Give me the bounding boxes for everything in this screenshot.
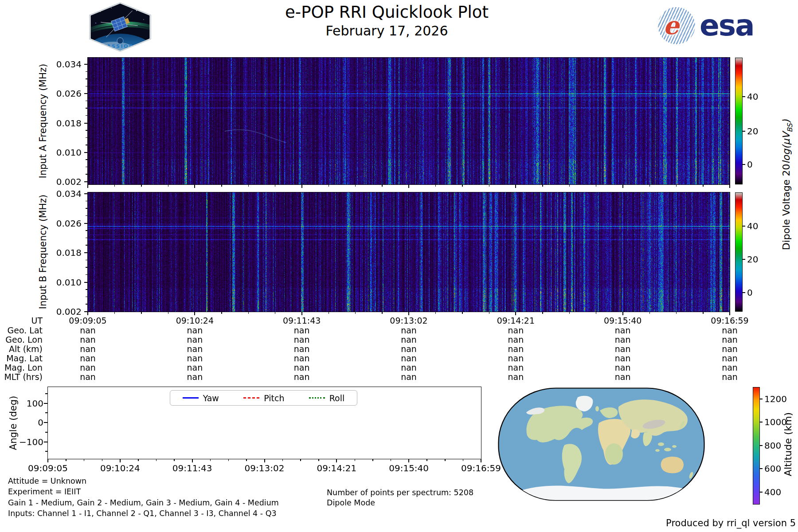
x-tick-mark	[729, 185, 730, 188]
table-cell: nan	[585, 363, 661, 372]
x-tick-mark	[622, 185, 623, 188]
colorbar-tick-mark	[743, 226, 745, 227]
table-cell: nan	[692, 363, 767, 372]
altitude-tick-mark	[760, 399, 763, 399]
table-cell: 09:11:43	[264, 316, 340, 325]
table-cell: nan	[157, 363, 232, 372]
colorbar-tick-label: 0	[747, 288, 753, 297]
y-tick-mark	[84, 123, 88, 124]
altitude-tick-mark	[760, 468, 763, 469]
table-cell: nan	[157, 344, 232, 353]
x-minor-tick	[168, 185, 169, 187]
angle-x-tick-label: 09:13:02	[234, 464, 296, 473]
angle-y-minor-tick	[45, 451, 47, 452]
esa-logo: e esa	[658, 7, 754, 44]
x-tick-mark	[408, 185, 409, 188]
x-minor-tick	[248, 185, 249, 187]
x-minor-tick	[462, 185, 463, 187]
yaw-line-sample	[183, 397, 199, 399]
table-cell: nan	[157, 354, 232, 363]
angle-x-minor-tick	[463, 459, 464, 461]
x-tick-mark	[408, 312, 409, 315]
table-cell: nan	[157, 372, 232, 381]
y-tick-mark	[84, 223, 88, 224]
y-tick-label: 0.034	[48, 60, 82, 69]
x-tick-mark	[622, 312, 623, 315]
table-row-label: Geo. Lon	[0, 335, 43, 344]
angle-x-tick-mark	[481, 459, 481, 462]
angle-x-tick-mark	[264, 459, 265, 462]
table-cell: 09:10:24	[157, 316, 232, 325]
table-cell: 09:13:02	[371, 316, 446, 325]
x-tick-mark	[729, 312, 730, 315]
table-cell: nan	[371, 363, 446, 372]
table-cell: nan	[157, 326, 232, 335]
x-minor-tick	[542, 312, 543, 314]
angle-x-minor-tick	[372, 459, 373, 461]
table-cell: nan	[50, 363, 125, 372]
angle-x-tick-label: 09:11:43	[161, 464, 223, 473]
angle-x-minor-tick	[426, 459, 427, 461]
angle-y-minor-tick	[45, 432, 47, 433]
x-tick-mark	[87, 312, 88, 315]
altitude-tick-label: 400	[764, 488, 781, 497]
x-minor-tick	[703, 185, 704, 187]
colorbar-tick-mark	[743, 292, 745, 293]
x-minor-tick	[435, 312, 436, 314]
x-tick-mark	[515, 312, 516, 315]
x-minor-tick	[329, 185, 329, 187]
esa-globe-icon: e	[658, 7, 695, 44]
table-cell: nan	[264, 344, 340, 353]
experiment-annotation: Experiment = IEIIT	[8, 488, 81, 496]
y-tick-label: 0.010	[48, 278, 82, 287]
table-cell: nan	[585, 335, 661, 344]
table-row-label: MLT (hrs)	[0, 372, 43, 381]
y-tick-label: 0.002	[48, 177, 82, 186]
table-cell: nan	[585, 372, 661, 381]
table-cell: nan	[692, 335, 767, 344]
inputs-annotation: Inputs: Channel 1 - I1, Channel 2 - Q1, …	[8, 510, 277, 518]
world-map	[498, 387, 705, 501]
y-tick-label: 0.002	[48, 307, 82, 316]
table-cell: nan	[50, 372, 125, 381]
angle-plot-legend: Yaw Pitch Roll	[170, 390, 357, 406]
x-minor-tick	[329, 312, 329, 314]
x-minor-tick	[462, 312, 463, 314]
table-cell: 09:09:05	[50, 316, 125, 325]
angle-y-tick-mark	[44, 403, 47, 404]
angle-x-minor-tick	[282, 459, 283, 461]
angle-x-minor-tick	[84, 459, 85, 461]
legend-label: Yaw	[203, 393, 219, 403]
legend-label: Pitch	[264, 393, 284, 403]
altitude-tick-label: 1200	[764, 395, 787, 403]
x-tick-mark	[301, 312, 302, 315]
angle-x-tick-label: 09:10:24	[89, 464, 151, 473]
colorbar-tick-label: 40	[747, 222, 758, 231]
table-cell: nan	[264, 363, 340, 372]
x-minor-tick	[355, 312, 356, 314]
table-cell: nan	[478, 335, 553, 344]
altitude-tick-label: 600	[764, 464, 781, 473]
spectrogram-a-canvas	[88, 58, 730, 184]
table-cell: nan	[50, 344, 125, 353]
table-cell: 09:16:59	[692, 316, 767, 325]
angle-x-minor-tick	[391, 459, 391, 461]
table-cell: nan	[371, 344, 446, 353]
colorbar-tick-label: 20	[747, 127, 758, 136]
table-row-label: Geo. Lat	[0, 326, 43, 335]
table-cell: nan	[50, 326, 125, 335]
mode-annotation: Dipole Mode	[327, 499, 375, 507]
y-tick-label: 0.026	[48, 89, 82, 98]
x-minor-tick	[114, 312, 115, 314]
table-row-label: Alt (km)	[0, 344, 43, 353]
x-minor-tick	[569, 312, 570, 314]
angle-x-minor-tick	[318, 459, 319, 461]
table-cell: 09:14:21	[478, 316, 553, 325]
colorbar-tick-mark	[743, 96, 745, 97]
x-tick-mark	[301, 185, 302, 188]
x-minor-tick	[649, 185, 650, 187]
x-tick-mark	[515, 185, 516, 188]
angle-x-minor-tick	[156, 459, 157, 461]
angle-x-tick-mark	[120, 459, 121, 462]
angle-x-tick-mark	[192, 459, 193, 462]
